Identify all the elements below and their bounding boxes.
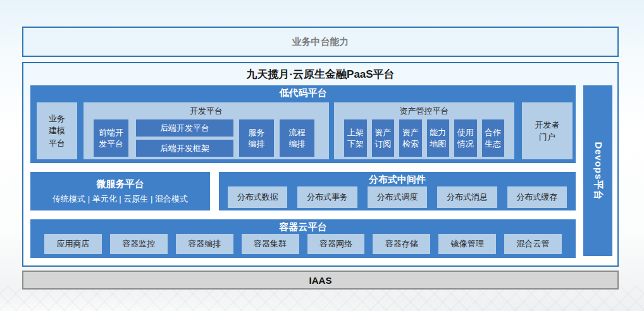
process-orchestration-box: 流程编排 xyxy=(280,119,314,157)
middleware-item-label: 分布式事务 xyxy=(307,192,348,203)
container-item-label: 镜像管理 xyxy=(451,238,484,250)
business-modeling-box: 业务建模平台 xyxy=(37,102,77,159)
backend-dev-platform-label: 后端开发平台 xyxy=(160,123,209,134)
asset-item-label: 合作生态 xyxy=(485,127,501,149)
middleware-item-box: 分布式数据 xyxy=(228,186,287,208)
backend-dev-stack: 后端开发平台 后端开发框架 xyxy=(136,119,233,157)
microservice-platform-box: 微服务平台 传统模式 | 单元化 | 云原生 | 混合模式 xyxy=(30,172,210,210)
microservice-title: 微服务平台 xyxy=(97,178,144,190)
microservice-modes: 传统模式 | 单元化 | 云原生 | 混合模式 xyxy=(53,193,188,205)
iaas-label: IAAS xyxy=(309,275,332,286)
middleware-item-label: 分布式消息 xyxy=(447,192,488,203)
container-cloud-section: 容器云平台 应用商店 容器监控 容器编排 容器集群 容器网络 容器存储 镜像管理… xyxy=(30,219,576,258)
container-item-box: 容器存储 xyxy=(373,234,430,254)
distributed-middleware-section: 分布式中间件 分布式数据 分布式事务 分布式调度 分布式消息 分布式缓存 xyxy=(219,172,576,210)
dev-platform-group: 开发平台 前端开发平台 后端开发平台 后端开发框架 服务编排 流程编排 xyxy=(84,102,329,159)
devops-label: Devops平台 xyxy=(592,142,604,200)
middleware-title: 分布式中间件 xyxy=(219,174,576,186)
paas-platform-panel: 九天揽月·云原生金融PaaS平台 低代码平台 业务建模平台 开发平台 前端开发平… xyxy=(22,62,619,267)
container-item-label: 混合云管 xyxy=(517,238,550,250)
asset-item-label: 上架下架 xyxy=(347,127,364,149)
architecture-diagram: 业务中台能力 九天揽月·云原生金融PaaS平台 低代码平台 业务建模平台 开发平… xyxy=(0,0,644,311)
paas-title: 九天揽月·云原生金融PaaS平台 xyxy=(23,67,617,82)
asset-item-box: 能力地图 xyxy=(427,119,450,157)
container-item-label: 容器集群 xyxy=(254,238,287,250)
backend-dev-platform-box: 后端开发平台 xyxy=(136,119,233,137)
developer-portal-box: 开发者门户 xyxy=(522,102,573,159)
asset-control-group: 资产管控平台 上架下架 资产订阅 资产检索 能力地图 使用情况 合作生态 xyxy=(334,102,514,159)
developer-portal-label: 开发者门户 xyxy=(535,119,560,143)
middleware-item-label: 分布式数据 xyxy=(237,192,278,203)
asset-item-label: 资产检索 xyxy=(402,127,419,149)
middleware-item-box: 分布式调度 xyxy=(368,186,427,208)
process-orchestration-label: 流程编排 xyxy=(289,127,306,149)
backend-dev-framework-box: 后端开发框架 xyxy=(136,140,233,157)
frontend-dev-label: 前端开发平台 xyxy=(99,127,123,149)
asset-item-box: 资产检索 xyxy=(399,119,422,157)
dev-platform-title: 开发平台 xyxy=(84,106,329,117)
container-item-box: 应用商店 xyxy=(44,234,102,254)
lowcode-platform-section: 低代码平台 业务建模平台 开发平台 前端开发平台 后端开发平台 后端开发框架 xyxy=(30,85,576,163)
service-orchestration-label: 服务编排 xyxy=(249,127,265,149)
container-item-box: 镜像管理 xyxy=(438,234,496,254)
asset-item-label: 使用情况 xyxy=(457,127,474,149)
frontend-dev-box: 前端开发平台 xyxy=(94,119,128,157)
asset-item-label: 资产订阅 xyxy=(375,127,391,149)
asset-control-title: 资产管控平台 xyxy=(334,106,514,117)
business-middle-platform-banner: 业务中台能力 xyxy=(22,27,619,57)
middleware-item-label: 分布式调度 xyxy=(377,192,418,203)
container-item-label: 容器网络 xyxy=(319,238,352,250)
container-item-label: 应用商店 xyxy=(56,238,89,250)
container-item-box: 混合云管 xyxy=(504,234,562,254)
container-item-label: 容器存储 xyxy=(385,238,418,250)
asset-item-box: 合作生态 xyxy=(482,119,505,157)
asset-item-box: 上架下架 xyxy=(344,119,367,157)
iaas-bar: IAAS xyxy=(22,271,619,290)
middleware-item-label: 分布式缓存 xyxy=(516,192,557,203)
asset-items-row: 上架下架 资产订阅 资产检索 能力地图 使用情况 合作生态 xyxy=(334,119,514,157)
container-items-row: 应用商店 容器监控 容器编排 容器集群 容器网络 容器存储 镜像管理 混合云管 xyxy=(30,234,576,254)
container-item-label: 容器监控 xyxy=(122,238,155,250)
asset-item-box: 资产订阅 xyxy=(372,119,395,157)
backend-dev-framework-label: 后端开发框架 xyxy=(160,143,209,154)
lowcode-title: 低代码平台 xyxy=(30,87,576,99)
devops-platform-bar: Devops平台 xyxy=(583,85,612,256)
middleware-item-box: 分布式事务 xyxy=(297,186,357,208)
container-item-box: 容器监控 xyxy=(110,234,168,254)
container-item-box: 容器编排 xyxy=(176,234,233,254)
middleware-items-row: 分布式数据 分布式事务 分布式调度 分布式消息 分布式缓存 xyxy=(219,186,576,208)
container-item-label: 容器编排 xyxy=(188,238,221,250)
background-texture xyxy=(0,286,644,311)
asset-item-label: 能力地图 xyxy=(430,127,446,149)
middleware-item-box: 分布式消息 xyxy=(437,186,497,208)
business-modeling-label: 业务建模平台 xyxy=(49,113,65,150)
banner-label: 业务中台能力 xyxy=(292,36,349,48)
asset-item-box: 使用情况 xyxy=(454,119,477,157)
service-orchestration-box: 服务编排 xyxy=(239,119,274,157)
container-item-box: 容器网络 xyxy=(307,234,365,254)
container-item-box: 容器集群 xyxy=(242,234,299,254)
middleware-item-box: 分布式缓存 xyxy=(507,186,567,208)
container-cloud-title: 容器云平台 xyxy=(30,221,576,233)
